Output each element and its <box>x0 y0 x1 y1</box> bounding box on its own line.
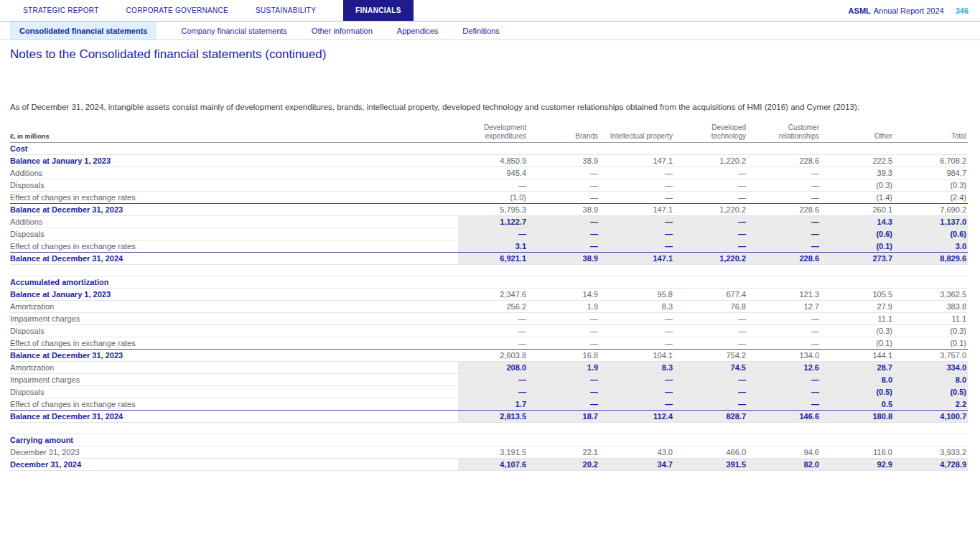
cell-value: 8.3 <box>599 362 674 374</box>
cell-value: — <box>674 228 747 240</box>
cell-value: 39.3 <box>821 167 894 179</box>
table-row: Balance at December 31, 20242,813.518.71… <box>10 411 968 423</box>
subnav-consolidated-financial-statements[interactable]: Consolidated financial statements <box>10 22 157 39</box>
cell-value: — <box>747 240 821 253</box>
cell-value: — <box>674 167 747 179</box>
section-row: Accumulated amortization <box>10 276 968 289</box>
cell-value <box>894 434 968 446</box>
cell-value: 147.1 <box>599 253 674 265</box>
row-label: Carrying amount <box>10 434 458 446</box>
cell-value: — <box>458 386 528 398</box>
cell-value <box>821 276 894 289</box>
brand-name: ASML <box>849 6 871 15</box>
row-label: Disposals <box>10 179 458 192</box>
cell-value: 147.1 <box>599 155 674 167</box>
cell-value: 144.1 <box>821 350 894 362</box>
nav-tab-corporate-governance[interactable]: CORPORATE GOVERNANCE <box>126 0 229 21</box>
cell-value: (0.1) <box>821 240 894 253</box>
nav-tab-sustainability[interactable]: SUSTAINABILITY <box>256 0 316 21</box>
cell-value: — <box>599 325 674 337</box>
cell-value: — <box>528 337 599 350</box>
subnav-appendices[interactable]: Appendices <box>397 22 439 39</box>
cell-value: 1.7 <box>458 398 528 411</box>
cell-value: 3.1 <box>458 240 528 253</box>
cell-value <box>821 434 894 446</box>
cell-value: 18.7 <box>528 411 599 423</box>
cell-value: (1.4) <box>821 192 894 204</box>
cell-value: 334.0 <box>894 362 968 374</box>
cell-value: (1.0) <box>458 192 528 204</box>
cell-value: — <box>458 228 528 240</box>
cell-value: 38.9 <box>528 155 599 167</box>
cell-value: — <box>674 240 747 253</box>
cell-value: 22.1 <box>528 446 599 459</box>
cell-value <box>458 143 528 155</box>
nav-spacer <box>414 0 849 21</box>
cell-value: 8,829.6 <box>894 253 968 265</box>
cell-value: 82.0 <box>747 459 821 471</box>
cell-value <box>674 276 747 289</box>
table-row: Amortization256.21.98.376.812.727.9383.8 <box>10 301 968 313</box>
cell-value: 7,690.2 <box>894 204 968 216</box>
cell-value: — <box>528 313 599 325</box>
subnav-company-financial-statements[interactable]: Company financial statements <box>181 22 286 39</box>
cell-value: 828.7 <box>674 411 747 423</box>
cell-value: — <box>747 374 821 386</box>
cell-value <box>747 143 821 155</box>
cell-value: — <box>747 398 821 411</box>
table-row: Balance at January 1, 20234,850.938.9147… <box>10 155 968 167</box>
cell-value: — <box>674 398 747 411</box>
cell-value: — <box>528 228 599 240</box>
cell-value: 228.6 <box>747 155 821 167</box>
cell-value: (0.6) <box>894 228 968 240</box>
cell-value: 1,137.0 <box>894 216 968 228</box>
subnav-definitions[interactable]: Definitions <box>462 22 499 39</box>
cell-value: — <box>599 167 674 179</box>
row-label: Balance at December 31, 2024 <box>10 253 458 265</box>
cell-value <box>894 276 968 289</box>
table-row: Disposals—————(0.3)(0.3) <box>10 179 968 192</box>
section-row: Cost <box>10 143 968 155</box>
cell-value: 180.8 <box>821 411 894 423</box>
cell-value: 11.1 <box>894 313 968 325</box>
cell-value <box>528 434 599 446</box>
cell-value: 466.0 <box>674 446 747 459</box>
nav-tab-financials[interactable]: FINANCIALS <box>343 0 414 21</box>
cell-value: — <box>747 192 821 204</box>
cell-value <box>821 143 894 155</box>
cell-value <box>458 434 528 446</box>
cell-value: 3.0 <box>894 240 968 253</box>
spacer-cell <box>10 423 968 434</box>
cell-value: 28.7 <box>821 362 894 374</box>
cell-value: — <box>747 386 821 398</box>
cell-value: 74.5 <box>674 362 747 374</box>
top-navigation: STRATEGIC REPORT CORPORATE GOVERNANCE SU… <box>0 0 980 22</box>
cell-value: — <box>747 216 821 228</box>
cell-value: 256.2 <box>458 301 528 313</box>
cell-value: — <box>599 313 674 325</box>
report-brand: ASML Annual Report 2024 346 <box>849 0 969 21</box>
row-label: Effect of changes in exchange rates <box>10 240 458 253</box>
cell-value: — <box>674 386 747 398</box>
cell-value <box>747 276 821 289</box>
cell-value: 1.9 <box>528 301 599 313</box>
cell-value: — <box>599 374 674 386</box>
cell-value <box>528 276 599 289</box>
cell-value: 94.6 <box>747 446 821 459</box>
cell-value: 4,728.9 <box>894 459 968 471</box>
row-label: December 31, 2024 <box>10 459 458 471</box>
nav-tab-strategic-report[interactable]: STRATEGIC REPORT <box>23 0 99 21</box>
cell-value: 3,191.5 <box>458 446 528 459</box>
subnav-other-information[interactable]: Other information <box>312 22 373 39</box>
cell-value: (0.3) <box>821 179 894 192</box>
cell-value: 6,708.2 <box>894 155 968 167</box>
cell-value: — <box>599 179 674 192</box>
cell-value: — <box>528 216 599 228</box>
cell-value: — <box>674 192 747 204</box>
spacer-row <box>10 423 968 434</box>
row-label: Accumulated amortization <box>10 276 458 289</box>
cell-value <box>599 276 674 289</box>
row-label: Balance at January 1, 2023 <box>10 289 458 301</box>
table-row: Balance at January 1, 20232,347.614.995.… <box>10 289 968 301</box>
table-row: Balance at December 31, 20232,603.816.81… <box>10 350 968 362</box>
